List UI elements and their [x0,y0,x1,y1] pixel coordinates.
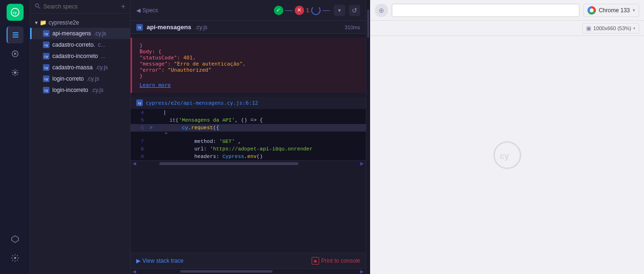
file-name-main: api-mensagens [52,30,91,37]
file-name-main: login-incorreto [52,87,88,93]
bottom-horizontal-scrollbar[interactable]: ◀ ▶ [131,268,366,274]
file-name-main: cadastro-incorreto [52,53,98,59]
file-name-ext: .cy.js [95,64,107,71]
file-tab-ext: .cy.js [195,24,207,31]
sidebar-item-specs[interactable] [7,26,24,43]
file-name-main: cadastro-massa [52,64,92,71]
icon-bar-top: cy [7,4,24,229]
caret-line: ^ [131,132,366,138]
horizontal-scrollbar[interactable]: ◀ ▶ [131,160,366,166]
view-stack-trace-button[interactable]: ▶ View stack trace [136,257,183,264]
reload-button[interactable]: ↺ [349,5,360,16]
print-console-button[interactable]: ▣ Print to console [312,257,360,265]
folder-chevron-icon: ▾ [35,19,38,26]
file-item-cadastro-incorreto[interactable]: cy cadastro-incorreto... [30,50,130,62]
add-spec-button[interactable]: + [121,3,125,10]
status-controls: ✓ — ✕ 1 — [274,6,330,15]
scrollbar-track [366,0,370,274]
scrollbar-thumb[interactable] [159,162,298,165]
browser-dropdown-icon: ▾ [633,8,635,13]
file-icon: cy [43,42,50,48]
chrome-name: Chrome 133 [599,7,630,14]
globe-button[interactable]: ⊕ [375,4,388,17]
sidebar-item-runs[interactable] [7,45,24,62]
svg-line-10 [39,7,41,8]
browser-subbar: ▣ 1000x660 (53%) ▾ [370,21,644,36]
file-name-ext: c... [98,42,106,48]
browser-panel: ⊕ Chrome 133 ▾ ▣ 1000x660 (53%) ▾ cy [370,0,644,274]
file-item-cadastro-massa[interactable]: cy cadastro-massa.cy.js [30,62,130,73]
bottom-scrollbar-thumb[interactable] [180,270,272,273]
file-name-main: login-correto [52,75,84,82]
sidebar-item-debug[interactable] [7,64,24,81]
svg-text:cy: cy [500,151,509,161]
svg-rect-4 [12,37,18,38]
file-name-ext: .cy.js [91,87,103,93]
svg-text:cy: cy [13,10,17,15]
code-block: 4 | 5 it('Mensagens da API', () => { 6 >… [131,109,366,160]
bottom-scroll-left[interactable]: ◀ [132,269,136,274]
file-item-login-incorreto[interactable]: cy login-incorreto.cy.js [30,84,130,96]
print-console-label: Print to console [321,257,360,264]
folder-item-cypress-e2e[interactable]: ▾ 📁 cypress\e2e [30,17,130,28]
view-trace-label: View stack trace [142,257,183,264]
fail-count: 1 [306,7,309,14]
file-name-ext: .cy.js [94,30,106,37]
bottom-bar: ▶ View stack trace ▣ Print to console [131,253,366,268]
file-icon: cy [43,87,50,93]
test-panel: ◀ Specs ✓ — ✕ 1 — ▾ ↺ cy api-mensagens .… [131,0,366,274]
folder-icon: 📁 [40,19,47,26]
bottom-scroll-right[interactable]: ▶ [360,269,364,274]
dash-separator: — [285,7,293,14]
fail-indicator: ✕ [295,6,304,15]
file-name-main: cadastro-correto. [52,42,95,48]
test-header: ◀ Specs ✓ — ✕ 1 — ▾ ↺ [131,0,366,21]
search-bar: + [30,0,130,14]
resolution-badge[interactable]: ▣ 1000x660 (53%) ▾ [582,23,639,33]
code-line-8: 8 url: 'https://adopet-api-i8qu.onrender [131,145,366,153]
code-line-4: 4 | [131,109,366,116]
scroll-left-arrow[interactable]: ◀ [132,161,136,166]
learn-more-link[interactable]: Learn more [140,82,358,88]
file-link[interactable]: cypress/e2e/api-mensagens.cy.js:6:12 [146,100,258,106]
file-item-api-mensagens[interactable]: cy api-mensagens.cy.js [30,28,130,39]
code-line-7: 7 method: 'GET' , [131,138,366,145]
svg-point-9 [35,4,39,7]
svg-marker-6 [14,52,17,55]
scrollbar-thumb-v[interactable] [367,9,369,38]
body-status-line: "statusCode": 401, [140,55,358,61]
print-icon: ▣ [312,257,319,265]
file-link-icon: cy [136,100,143,106]
specs-label: Specs [142,7,158,14]
resolution-chevron-icon: ▾ [633,26,636,31]
body-label: Body: { [140,49,358,55]
file-icon: cy [43,64,50,71]
svg-rect-3 [12,34,18,35]
specs-back-button[interactable]: ◀ Specs [136,7,158,14]
file-item-login-correto[interactable]: cy login-correto.cy.js [30,73,130,84]
body-message-line: "message": "Erro de autenticação", [140,61,358,67]
body-error-line: "error": "Unauthorized" [140,67,358,73]
vertical-scrollbar[interactable] [366,0,370,274]
file-item-cadastro-correto[interactable]: cy cadastro-correto.c... [30,39,130,50]
browser-viewport: cy [370,36,644,274]
resolution-label: 1000x660 (53%) [593,25,631,31]
sidebar-item-integrations[interactable] [7,231,24,248]
chrome-logo-icon [587,6,596,15]
sidebar-item-settings[interactable] [7,249,24,266]
test-duration: 310ms [345,25,360,30]
url-input[interactable] [392,4,579,17]
code-output-area[interactable]: } Body: { "statusCode": 401, "message": … [131,34,366,253]
file-tab-name: api-mensagens [147,24,191,31]
file-icon: cy [43,53,50,59]
code-line-6: 6 > cy.request({ [131,124,366,132]
browser-badge[interactable]: Chrome 133 ▾ [583,4,639,17]
search-input[interactable] [43,3,118,10]
cy-watermark: cy [493,141,521,169]
search-icon [35,3,41,10]
scroll-right-arrow[interactable]: ▶ [360,161,364,166]
file-tab: cy api-mensagens .cy.js 310ms [131,21,366,34]
file-icon: cy [43,30,50,37]
icon-bar-bottom [7,231,24,270]
dropdown-button[interactable]: ▾ [334,5,345,16]
